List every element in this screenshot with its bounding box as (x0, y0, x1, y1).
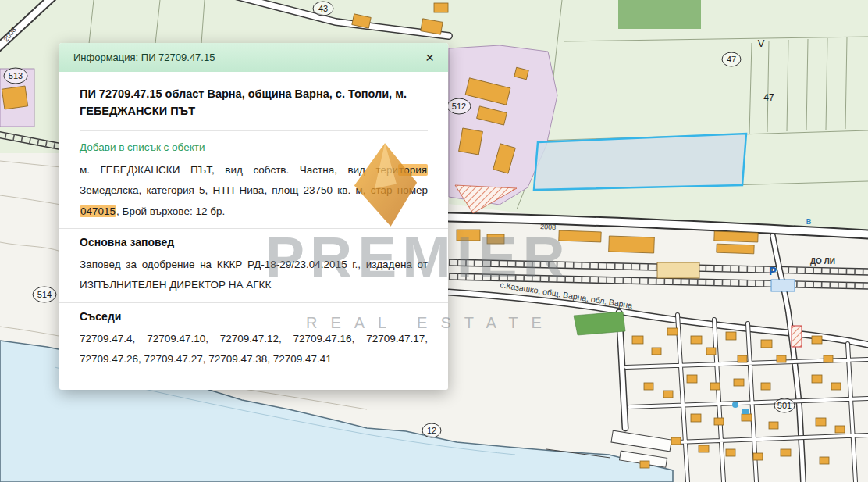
parcel-label-43: 43 (313, 2, 333, 16)
svg-text:43: 43 (318, 4, 328, 13)
marker-label-v: в (806, 215, 812, 227)
popup-header-title: Информация: ПИ 72709.47.15 (73, 52, 215, 63)
close-button[interactable]: × (422, 48, 437, 66)
info-text-part: Земеделска, категория 5, НТП Нива, площ … (80, 184, 428, 196)
svg-text:12: 12 (427, 426, 436, 435)
parcel-label-47-circled: 47 (722, 52, 741, 66)
svg-text:514: 514 (37, 290, 52, 299)
neighbors-section-header: Съседи (59, 302, 448, 323)
info-text-part: м. ГЕБЕДЖАНСКИ ПЪТ, вид собств. Частна, … (80, 164, 398, 176)
popup-header: Информация: ПИ 72709.47.15 × (59, 43, 448, 72)
svg-text:47: 47 (727, 55, 736, 64)
quarter-label-v: V (758, 37, 765, 49)
water-feature-icon (742, 409, 749, 414)
map-callout-box (771, 280, 795, 291)
app-window: Р 43 513 512 47 (0, 0, 868, 482)
svg-text:501: 501 (777, 401, 792, 410)
destination-label: ДО ЛИ (810, 257, 835, 266)
parcel-label-512: 512 (447, 98, 471, 114)
parcel-title: ПИ 72709.47.15 област Варна, община Варн… (80, 85, 428, 131)
order-section-header: Основна заповед (59, 228, 448, 248)
road-label-2008-main: 2008 (540, 223, 557, 231)
selected-parcel[interactable] (534, 134, 746, 190)
info-text-highlight: тория (398, 164, 428, 176)
svg-text:512: 512 (452, 102, 466, 111)
parcel-info-text: м. ГЕБЕДЖАНСКИ ПЪТ, вид собств. Частна, … (80, 160, 428, 222)
parcel-label-514: 514 (33, 287, 56, 302)
add-to-list-link[interactable]: Добави в списък с обекти (80, 141, 205, 153)
water-feature-icon (732, 402, 738, 408)
neighbors-text: 72709.47.4, 72709.47.10, 72709.47.12, 72… (80, 329, 428, 370)
info-text-part: , Брой върхове: 12 бр. (116, 205, 225, 217)
popup-body: ПИ 72709.47.15 област Варна, община Варн… (59, 72, 448, 390)
order-text: Заповед за одобрение на КККР РД-18-29/23… (80, 255, 428, 296)
park-area (574, 312, 625, 335)
info-text-highlight: 047015 (80, 205, 116, 217)
svg-text:513: 513 (9, 71, 23, 80)
parking-icon: Р (769, 264, 777, 277)
parcel-label-501: 501 (774, 398, 795, 412)
info-popup: Информация: ПИ 72709.47.15 × ПИ 72709.47… (59, 43, 448, 390)
parcel-label-513: 513 (4, 68, 27, 84)
parcel-label-47: 47 (763, 92, 774, 103)
parcel-label-12: 12 (422, 423, 441, 437)
